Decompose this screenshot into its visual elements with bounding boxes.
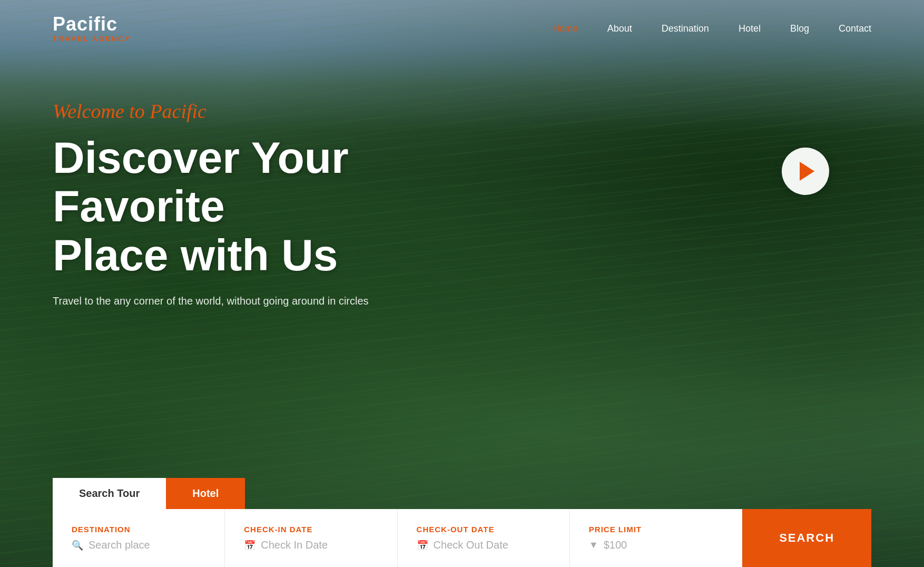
search-button[interactable]: SEARCH [742, 509, 871, 567]
nav-item-home[interactable]: Home [553, 23, 578, 34]
chevron-down-icon: ▼ [589, 540, 598, 551]
nav-item-blog[interactable]: Blog [790, 23, 809, 34]
hero-subtitle: Travel to the any corner of the world, w… [53, 295, 871, 307]
navbar: Pacific TRAVEL AGENCY Home About Destina… [0, 0, 924, 57]
nav-item-contact[interactable]: Contact [839, 23, 871, 34]
price-label: PRICE LIMIT [589, 525, 723, 534]
checkin-field: CHECK-IN DATE 📅 Check In Date [225, 509, 397, 567]
calendar-checkout-icon: 📅 [417, 540, 428, 551]
checkout-value: 📅 Check Out Date [417, 539, 551, 551]
welcome-text: Welcome to Pacific [53, 100, 871, 123]
logo-tagline: TRAVEL AGENCY [53, 35, 131, 43]
play-button[interactable] [782, 148, 829, 195]
checkin-label: CHECK-IN DATE [244, 525, 378, 534]
hero-title: Discover Your Favorite Place with Us [53, 133, 474, 279]
destination-value: 🔍 Search place [72, 539, 205, 551]
search-tabs: Search Tour Hotel [53, 478, 871, 509]
search-panel: Search Tour Hotel DESTINATION 🔍 Search p… [0, 478, 924, 567]
nav-links: Home About Destination Hotel Blog Contac… [553, 23, 871, 34]
nav-link-destination[interactable]: Destination [662, 23, 709, 34]
hero-section: Pacific TRAVEL AGENCY Home About Destina… [0, 0, 924, 567]
calendar-icon: 📅 [244, 540, 255, 551]
search-icon: 🔍 [72, 540, 83, 551]
nav-item-destination[interactable]: Destination [662, 23, 709, 34]
price-field: PRICE LIMIT ▼ $100 [570, 509, 742, 567]
logo-name: Pacific [53, 15, 131, 34]
hero-title-line2: Place with Us [53, 230, 338, 280]
hero-title-line1: Discover Your Favorite [53, 133, 349, 231]
nav-link-home[interactable]: Home [553, 23, 578, 34]
destination-field: DESTINATION 🔍 Search place [53, 509, 225, 567]
checkin-value: 📅 Check In Date [244, 539, 378, 551]
checkout-placeholder: Check Out Date [434, 539, 508, 551]
destination-label: DESTINATION [72, 525, 205, 534]
checkout-label: CHECK-OUT DATE [417, 525, 551, 534]
destination-placeholder: Search place [89, 539, 150, 551]
price-value: ▼ $100 [589, 539, 723, 551]
nav-link-blog[interactable]: Blog [790, 23, 809, 34]
nav-link-contact[interactable]: Contact [839, 23, 871, 34]
nav-item-about[interactable]: About [607, 23, 632, 34]
nav-link-hotel[interactable]: Hotel [739, 23, 761, 34]
checkin-placeholder: Check In Date [261, 539, 328, 551]
tab-hotel[interactable]: Hotel [166, 478, 245, 509]
search-bar: DESTINATION 🔍 Search place CHECK-IN DATE… [53, 509, 871, 567]
checkout-field: CHECK-OUT DATE 📅 Check Out Date [398, 509, 570, 567]
nav-item-hotel[interactable]: Hotel [739, 23, 761, 34]
tab-search-tour[interactable]: Search Tour [53, 478, 166, 509]
logo[interactable]: Pacific TRAVEL AGENCY [53, 15, 131, 43]
nav-link-about[interactable]: About [607, 23, 632, 34]
price-placeholder: $100 [604, 539, 627, 551]
